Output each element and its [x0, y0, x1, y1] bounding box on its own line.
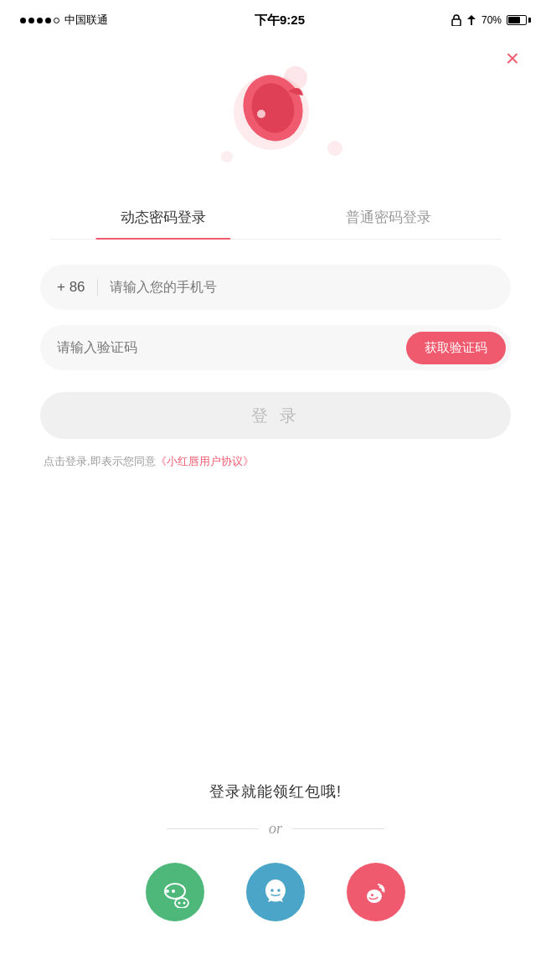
- phone-input-group: + 86: [40, 265, 511, 310]
- form-area: + 86 获取验证码 登 录 点击登录,即表示您同意《小红唇用户协议》: [0, 240, 551, 486]
- tab-normal[interactable]: 普通密码登录: [276, 196, 501, 239]
- code-input[interactable]: [57, 340, 406, 355]
- time-label: 下午9:25: [255, 13, 305, 28]
- login-tabs: 动态密码登录 普通密码登录: [50, 196, 501, 240]
- app-logo: [238, 70, 309, 146]
- agreement-text: 点击登录,即表示您同意《小红唇用户协议》: [40, 454, 511, 469]
- battery-icon: [507, 15, 531, 25]
- code-input-group: 获取验证码: [40, 325, 511, 370]
- svg-point-9: [175, 898, 188, 908]
- weibo-icon: [360, 876, 392, 908]
- svg-point-8: [183, 902, 186, 905]
- wechat-icon: [159, 876, 191, 908]
- promo-text: 登录就能领红包哦!: [209, 781, 342, 802]
- svg-point-3: [257, 110, 265, 118]
- bottom-section: 登录就能领红包哦! or: [0, 781, 551, 921]
- svg-point-4: [166, 890, 169, 893]
- phone-input[interactable]: [110, 280, 494, 295]
- get-code-button[interactable]: 获取验证码: [406, 332, 506, 364]
- agreement-link[interactable]: 《小红唇用户协议》: [156, 455, 254, 467]
- qq-login-button[interactable]: [246, 863, 305, 921]
- divider-left: [167, 828, 259, 829]
- wechat-login-button[interactable]: [146, 863, 204, 921]
- divider-right: [292, 828, 384, 829]
- agreement-prefix: 点击登录,即表示您同意: [44, 455, 156, 467]
- status-right: 70%: [451, 14, 531, 26]
- svg-point-11: [277, 889, 281, 892]
- tab-dynamic[interactable]: 动态密码登录: [50, 196, 276, 239]
- battery-percent: 70%: [481, 14, 502, 26]
- svg-point-12: [367, 890, 382, 903]
- status-left: 中国联通: [20, 13, 108, 28]
- status-bar: 中国联通 下午9:25 70%: [0, 0, 551, 37]
- svg-point-7: [178, 902, 181, 905]
- logo-decoration: [192, 62, 359, 171]
- divider-row: or: [167, 820, 384, 838]
- login-button[interactable]: 登 录: [40, 392, 511, 439]
- svg-rect-0: [452, 19, 461, 26]
- arrow-icon: [466, 14, 476, 26]
- svg-point-10: [270, 889, 274, 892]
- country-code: + 86: [57, 279, 98, 296]
- svg-point-13: [371, 894, 373, 896]
- social-icons: [146, 863, 405, 921]
- qq-icon: [260, 876, 291, 908]
- or-label: or: [259, 820, 292, 838]
- carrier-label: 中国联通: [64, 13, 108, 28]
- weibo-login-button[interactable]: [347, 863, 405, 921]
- lock-icon: [451, 14, 461, 26]
- signal-icon: [20, 18, 59, 23]
- svg-point-5: [172, 890, 175, 893]
- logo-area: [0, 62, 551, 171]
